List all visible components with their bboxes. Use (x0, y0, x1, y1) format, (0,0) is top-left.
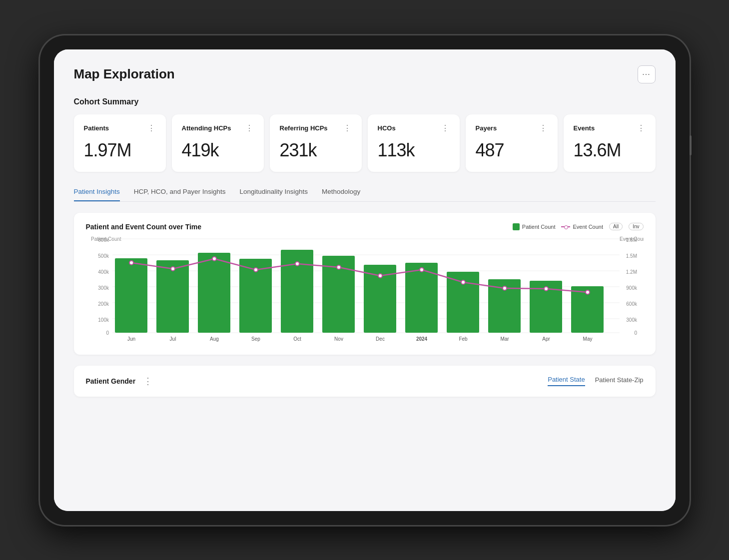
svg-text:900k: 900k (626, 285, 638, 291)
svg-point-42 (420, 268, 424, 272)
svg-text:Mar: Mar (500, 336, 509, 342)
bottom-section: Patient Gender ⋮ Patient StatePatient St… (74, 366, 656, 397)
page-title: Map Exploration (74, 66, 175, 82)
svg-point-41 (378, 274, 382, 278)
svg-point-37 (212, 257, 216, 261)
svg-text:Apr: Apr (542, 336, 550, 342)
card-menu-patients[interactable]: ⋮ (147, 123, 156, 133)
patient-count-label: Patient Count (522, 224, 556, 230)
svg-text:1.5M: 1.5M (626, 253, 637, 259)
cohort-card-referring-hcps: Referring HCPs ⋮ 231k (270, 114, 362, 172)
card-value-events: 13.6M (574, 140, 646, 161)
svg-text:1.2M: 1.2M (626, 269, 637, 275)
bottom-header: Patient Gender ⋮ Patient StatePatient St… (86, 376, 644, 387)
event-count-line (561, 226, 570, 227)
card-label-hcos: HCOs (378, 124, 396, 132)
bottom-tabs: Patient StatePatient State-Zip (548, 376, 643, 386)
svg-text:0: 0 (634, 330, 637, 336)
svg-point-46 (586, 290, 590, 294)
patient-gender-title: Patient Gender (86, 377, 136, 385)
svg-point-36 (171, 267, 175, 271)
svg-point-35 (129, 261, 133, 265)
event-count-legend: Event Count (561, 224, 603, 230)
tab-patient-insights[interactable]: Patient Insights (74, 188, 120, 201)
svg-text:100k: 100k (98, 317, 109, 323)
chart-title: Patient and Event Count over Time (86, 223, 202, 231)
card-value-payers: 487 (476, 140, 548, 161)
svg-text:Sep: Sep (251, 336, 260, 342)
card-label-payers: Payers (476, 124, 497, 132)
card-value-referring-hcps: 231k (280, 140, 352, 161)
svg-rect-23 (115, 258, 147, 333)
card-menu-events[interactable]: ⋮ (637, 123, 646, 133)
inv-tag[interactable]: Inv (629, 223, 643, 230)
tab-longitudinality[interactable]: Longitudinality Insights (239, 188, 308, 201)
card-label-referring-hcps: Referring HCPs (280, 124, 328, 132)
card-menu-hcos[interactable]: ⋮ (441, 123, 450, 133)
card-menu-attending-hcps[interactable]: ⋮ (245, 123, 254, 133)
card-value-patients: 1.97M (84, 140, 156, 161)
card-value-hcos: 113k (378, 140, 450, 161)
svg-text:600k: 600k (626, 301, 638, 307)
bottom-menu-button[interactable]: ⋮ (143, 376, 152, 387)
svg-text:Jun: Jun (127, 336, 135, 342)
svg-text:Nov: Nov (334, 336, 343, 342)
cohort-card-hcos: HCOs ⋮ 113k (368, 114, 460, 172)
card-label-attending-hcps: Attending HCPs (182, 124, 231, 132)
chart-area: 600k 500k 400k 300k 200k 100k 0 Patient … (86, 235, 644, 345)
svg-text:0: 0 (106, 330, 109, 336)
card-label-events: Events (574, 124, 595, 132)
svg-point-38 (254, 268, 258, 272)
svg-point-40 (337, 265, 341, 269)
bottom-tab-patient-state[interactable]: Patient State (548, 376, 585, 386)
tab-hcp-hco-payer[interactable]: HCP, HCO, and Payer Insights (134, 188, 226, 201)
svg-text:200k: 200k (98, 301, 109, 307)
svg-text:Event Count: Event Count (620, 236, 644, 242)
svg-text:2024: 2024 (416, 336, 427, 342)
app-header: Map Exploration ··· (74, 65, 656, 83)
card-menu-referring-hcps[interactable]: ⋮ (343, 123, 352, 133)
card-label-patients: Patients (84, 124, 109, 132)
svg-text:May: May (583, 336, 592, 342)
insight-tabs: Patient InsightsHCP, HCO, and Payer Insi… (74, 188, 656, 202)
patient-count-box (513, 223, 520, 230)
svg-text:400k: 400k (98, 269, 109, 275)
tab-methodology[interactable]: Methodology (322, 188, 360, 201)
svg-text:Oct: Oct (293, 336, 301, 342)
bottom-tab-patient-state-zip[interactable]: Patient State-Zip (595, 376, 644, 386)
svg-text:300k: 300k (98, 285, 109, 291)
svg-text:Jul: Jul (169, 336, 176, 342)
cohort-card-attending-hcps: Attending HCPs ⋮ 419k (172, 114, 264, 172)
card-menu-payers[interactable]: ⋮ (539, 123, 548, 133)
chart-legend: Patient Count Event Count All Inv (513, 223, 644, 230)
svg-text:Dec: Dec (376, 336, 385, 342)
patient-count-legend: Patient Count (513, 223, 556, 230)
cohort-card-events: Events ⋮ 13.6M (564, 114, 656, 172)
card-value-attending-hcps: 419k (182, 140, 254, 161)
more-options-button[interactable]: ··· (638, 65, 656, 83)
svg-point-45 (544, 287, 548, 291)
cohort-card-patients: Patients ⋮ 1.97M (74, 114, 166, 172)
chart-section: Patient and Event Count over Time Patien… (74, 213, 656, 355)
svg-point-43 (461, 280, 465, 284)
svg-text:Aug: Aug (210, 336, 219, 342)
svg-point-44 (503, 286, 507, 290)
svg-text:300k: 300k (626, 317, 638, 323)
svg-point-39 (295, 262, 299, 266)
all-tag[interactable]: All (609, 223, 623, 230)
svg-rect-25 (198, 253, 230, 333)
svg-text:500k: 500k (98, 253, 109, 259)
cohort-card-payers: Payers ⋮ 487 (466, 114, 558, 172)
event-count-label: Event Count (573, 224, 603, 230)
cohort-cards: Patients ⋮ 1.97M Attending HCPs ⋮ 419k R… (74, 114, 656, 172)
chart-svg: 600k 500k 400k 300k 200k 100k 0 Patient … (86, 235, 644, 345)
cohort-summary-title: Cohort Summary (74, 97, 656, 106)
svg-text:Feb: Feb (459, 336, 468, 342)
chart-header: Patient and Event Count over Time Patien… (86, 223, 644, 231)
